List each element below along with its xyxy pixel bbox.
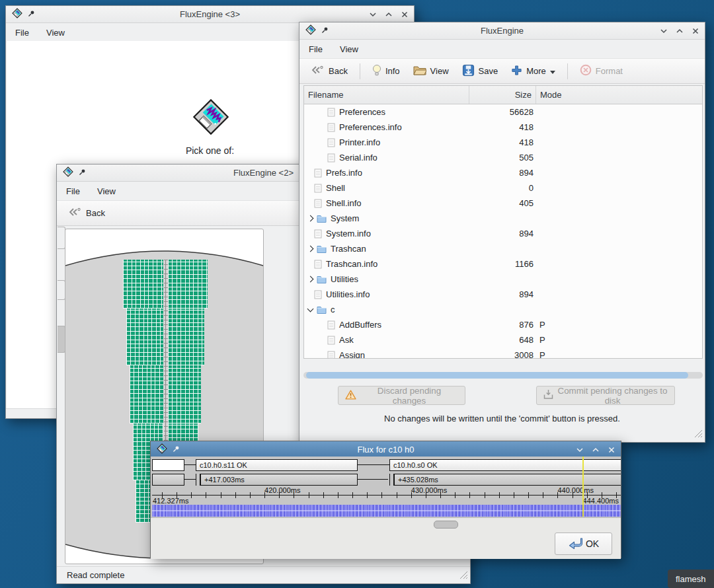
close-icon[interactable] bbox=[692, 27, 699, 35]
close-icon[interactable] bbox=[401, 11, 409, 18]
track-blocks[interactable] bbox=[168, 365, 201, 423]
filename-cell: Printer.info bbox=[304, 137, 469, 147]
axis-tick bbox=[191, 492, 192, 498]
flameshot-tooltip: flamesh bbox=[668, 570, 714, 588]
chevron-right-icon[interactable] bbox=[307, 215, 314, 222]
fluxengine-floppy-logo bbox=[192, 98, 230, 138]
titlebar[interactable]: FluxEngine <3> bbox=[6, 6, 414, 23]
axis-tick bbox=[221, 492, 221, 498]
table-row[interactable]: System bbox=[304, 211, 702, 226]
save-button[interactable]: Save bbox=[458, 62, 502, 81]
size-cell: 505 bbox=[469, 153, 536, 163]
table-row[interactable]: Trashcan bbox=[304, 241, 702, 256]
table-row[interactable]: System.info894 bbox=[304, 226, 702, 241]
table-row[interactable]: Ask648P bbox=[304, 332, 702, 348]
table-row[interactable]: Utilities.info894 bbox=[304, 287, 702, 302]
timing-box[interactable]: +417.003ms bbox=[200, 474, 358, 486]
track-blocks[interactable] bbox=[123, 260, 163, 309]
shade-icon[interactable] bbox=[369, 11, 377, 18]
back-button[interactable]: Back bbox=[306, 63, 352, 79]
more-button[interactable]: More bbox=[507, 63, 559, 80]
maximize-icon[interactable] bbox=[676, 27, 684, 35]
table-row[interactable]: AddBuffers876P bbox=[304, 317, 702, 332]
splitter-handle[interactable] bbox=[434, 521, 458, 529]
sector-box[interactable] bbox=[152, 459, 184, 471]
file-name: Utilities bbox=[331, 274, 358, 284]
axis-tick bbox=[206, 492, 206, 498]
desktop: FluxEngine <3> File View Pick one of: bbox=[0, 0, 714, 588]
table-row[interactable]: Trashcan.info1166 bbox=[304, 256, 702, 272]
commit-changes-button[interactable]: Commit pending changes to disk bbox=[536, 386, 675, 405]
table-row[interactable]: Printer.info418 bbox=[304, 135, 702, 150]
sector-box[interactable]: c10.h0.s11 OK bbox=[196, 459, 358, 471]
column-header-mode[interactable]: Mode bbox=[536, 86, 702, 104]
menu-file[interactable]: File bbox=[309, 44, 323, 54]
file-name: Trashcan bbox=[331, 244, 366, 254]
menu-file[interactable]: File bbox=[15, 28, 29, 38]
chevron-right-icon[interactable] bbox=[307, 246, 314, 252]
resize-grip[interactable] bbox=[459, 571, 468, 581]
document-icon bbox=[327, 336, 335, 345]
track-blocks[interactable] bbox=[126, 309, 163, 365]
track-blocks[interactable] bbox=[168, 260, 208, 309]
document-icon bbox=[314, 184, 322, 193]
ok-button[interactable]: OK bbox=[555, 533, 612, 555]
sector-box[interactable]: c10.h0.s0 OK bbox=[389, 459, 621, 471]
commit-note: No changes will be written until the 'co… bbox=[299, 414, 705, 423]
maximize-icon[interactable] bbox=[592, 446, 600, 454]
statusbar: Read complete bbox=[57, 566, 470, 583]
table-row[interactable]: c bbox=[304, 302, 702, 317]
table-row[interactable]: Prefs.info894 bbox=[304, 165, 702, 180]
menu-view[interactable]: View bbox=[340, 44, 358, 54]
timing-box[interactable] bbox=[152, 474, 184, 486]
lightbulb-icon bbox=[372, 64, 381, 79]
table-row[interactable]: Utilities bbox=[304, 272, 702, 287]
format-button[interactable]: Format bbox=[576, 62, 627, 80]
back-button[interactable]: Back bbox=[63, 205, 109, 221]
resize-grip[interactable] bbox=[694, 429, 703, 440]
chevron-down-icon[interactable] bbox=[307, 305, 314, 312]
axis-major-label: 420.000ms bbox=[264, 486, 300, 494]
axis-ticks bbox=[151, 492, 621, 498]
document-icon bbox=[314, 168, 322, 178]
table-row[interactable]: Assign3008P bbox=[304, 348, 702, 358]
track-blocks[interactable] bbox=[130, 365, 163, 423]
file-table: Filename Size Mode Preferences56628Prefe… bbox=[303, 85, 703, 359]
close-icon[interactable] bbox=[608, 446, 615, 454]
flux-canvas[interactable]: c10.h0.s11 OK c10.h0.s0 OK +417.003ms +4… bbox=[151, 457, 621, 517]
flux-density-strip[interactable] bbox=[152, 505, 621, 517]
table-row[interactable]: Preferences.info418 bbox=[304, 120, 702, 135]
maximize-icon[interactable] bbox=[385, 11, 393, 18]
table-row[interactable]: Shell0 bbox=[304, 180, 702, 196]
discard-changes-button[interactable]: Discard pending changes bbox=[338, 386, 465, 405]
shade-icon[interactable] bbox=[660, 27, 668, 35]
view-button[interactable]: View bbox=[409, 63, 453, 79]
table-row[interactable]: Shell.info405 bbox=[304, 196, 702, 211]
folder-icon bbox=[317, 244, 327, 253]
horizontal-scrollbar[interactable] bbox=[303, 372, 703, 379]
chevron-right-icon[interactable] bbox=[307, 276, 314, 283]
table-header[interactable]: Filename Size Mode bbox=[304, 86, 702, 104]
folder-icon bbox=[317, 305, 327, 314]
column-header-size[interactable]: Size bbox=[469, 86, 536, 104]
titlebar[interactable]: FluxEngine bbox=[299, 22, 705, 40]
menu-file[interactable]: File bbox=[66, 186, 80, 196]
shade-icon[interactable] bbox=[576, 446, 584, 454]
column-header-filename[interactable]: Filename bbox=[304, 86, 469, 104]
axis-tick bbox=[338, 492, 338, 498]
menu-view[interactable]: View bbox=[46, 28, 65, 38]
table-row[interactable]: Preferences56628 bbox=[304, 104, 702, 120]
size-cell: 418 bbox=[469, 122, 536, 132]
size-cell: 0 bbox=[469, 183, 536, 193]
scrollbar-thumb[interactable] bbox=[306, 372, 688, 379]
file-name: Shell.info bbox=[326, 198, 361, 208]
filename-cell: Shell.info bbox=[304, 198, 469, 208]
table-row[interactable]: Serial.info505 bbox=[304, 150, 702, 165]
info-button[interactable]: Info bbox=[368, 62, 404, 81]
caret-down-icon bbox=[550, 66, 555, 76]
timing-box[interactable]: +435.028ms bbox=[394, 474, 621, 486]
menu-view[interactable]: View bbox=[97, 186, 116, 196]
track-blocks[interactable] bbox=[168, 309, 204, 365]
axis-tick bbox=[485, 492, 485, 498]
timing-row: +417.003ms +435.028ms bbox=[151, 474, 621, 486]
